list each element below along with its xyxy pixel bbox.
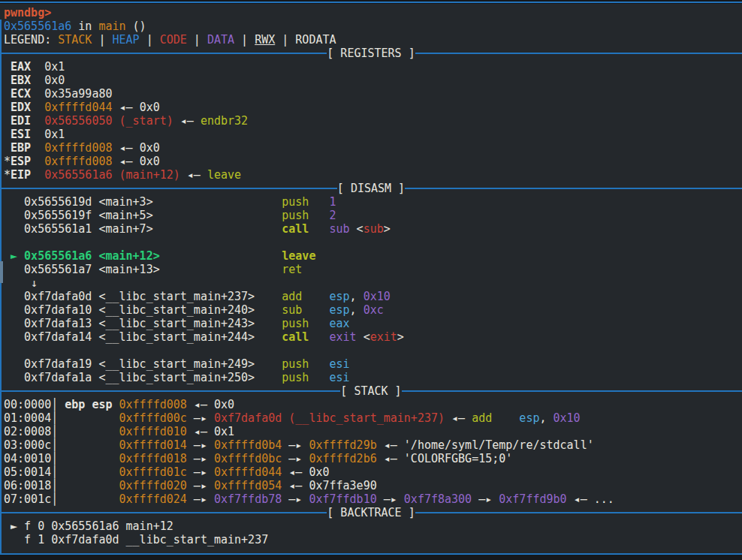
stack-row-04: 04:0010│ 0xffffd018 —▸ 0xffffd0bc —▸ 0xf… bbox=[0, 452, 742, 465]
disasm-line: 0x565561a1 <main+7> call sub <sub> bbox=[0, 222, 742, 236]
register-ecx: ECX 0x35a99a80 bbox=[0, 87, 742, 101]
disasm-line: 0xf7dafa10 <__libc_start_main+240> sub e… bbox=[0, 303, 742, 317]
disasm-section-title: [ DISASM ] bbox=[337, 182, 405, 195]
terminal-content[interactable]: pwndbg>0x565561a6 in main ()LEGEND: STAC… bbox=[0, 4, 742, 553]
disasm-line: 0xf7dafa0d <__libc_start_main+237> add e… bbox=[0, 290, 742, 303]
disasm-line bbox=[0, 344, 742, 357]
registers-section-header: [ REGISTERS ] bbox=[0, 47, 742, 60]
disasm-line: 0x565561a7 <main+13> ret bbox=[0, 263, 742, 276]
prompt-line: pwndbg> bbox=[0, 6, 742, 20]
disasm-line: 0xf7dafa1a <__libc_start_main+250> push … bbox=[0, 371, 742, 384]
stack-row-07: 07:001c│ 0xffffd024 —▸ 0xf7ffdb78 —▸ 0xf… bbox=[0, 492, 742, 506]
disasm-section-header: [ DISASM ] bbox=[0, 182, 742, 195]
stack-row-00: 00:0000│ ebp esp 0xffffd008 ◂— 0x0 bbox=[0, 398, 742, 411]
register-eax: EAX 0x1 bbox=[0, 60, 742, 74]
scrollbar-thumb[interactable] bbox=[0, 261, 3, 283]
backtrace-frame-1: f 1 0xf7dafa0d __libc_start_main+237 bbox=[0, 533, 742, 546]
disasm-line: 0xf7dafa19 <__libc_start_main+249> push … bbox=[0, 357, 742, 371]
register-eip: *EIP 0x565561a6 (main+12) ◂— leave bbox=[0, 168, 742, 182]
stack-section-title: [ STACK ] bbox=[340, 384, 401, 398]
backtrace-section-title: [ BACKTRACE ] bbox=[327, 506, 415, 519]
register-esi: ESI 0x1 bbox=[0, 128, 742, 141]
stack-row-06: 06:0018│ 0xffffd020 —▸ 0xffffd054 ◂— 0x7… bbox=[0, 479, 742, 492]
register-ebp: EBP 0xffffd008 ◂— 0x0 bbox=[0, 141, 742, 155]
disasm-line: 0x5655619d <main+3> push 1 bbox=[0, 195, 742, 209]
stack-row-01: 01:0004│ 0xffffd00c —▸ 0xf7dafa0d (__lib… bbox=[0, 411, 742, 425]
disasm-line: 0xf7dafa14 <__libc_start_main+244> call … bbox=[0, 330, 742, 344]
disasm-line: ↓ bbox=[0, 276, 742, 290]
register-edi: EDI 0x56556050 (_start) ◂— endbr32 bbox=[0, 114, 742, 128]
disasm-line-current: ► 0x565561a6 <main+12> leave bbox=[0, 249, 742, 263]
bottom-separator-line bbox=[0, 553, 742, 555]
location-line: 0x565561a6 in main () bbox=[0, 20, 742, 33]
stack-row-05: 05:0014│ 0xffffd01c —▸ 0xffffd044 ◂— 0x0 bbox=[0, 465, 742, 479]
backtrace-section-header: [ BACKTRACE ] bbox=[0, 506, 742, 519]
terminal-window: pwndbg>0x565561a6 in main ()LEGEND: STAC… bbox=[0, 0, 742, 560]
register-edx: EDX 0xffffd044 ◂— 0x0 bbox=[0, 101, 742, 114]
stack-row-02: 02:0008│ 0xffffd010 ◂— 0x1 bbox=[0, 425, 742, 438]
scrollbar[interactable] bbox=[0, 20, 2, 553]
register-esp: *ESP 0xffffd008 ◂— 0x0 bbox=[0, 155, 742, 168]
registers-section-title: [ REGISTERS ] bbox=[327, 47, 415, 60]
stack-section-header: [ STACK ] bbox=[0, 384, 742, 398]
top-separator-line bbox=[0, 2, 742, 3]
disasm-line bbox=[0, 236, 742, 249]
disasm-line: 0xf7dafa13 <__libc_start_main+243> push … bbox=[0, 317, 742, 330]
disasm-line: 0x5655619f <main+5> push 2 bbox=[0, 209, 742, 222]
backtrace-frame-0: ► f 0 0x565561a6 main+12 bbox=[0, 519, 742, 533]
legend-line: LEGEND: STACK | HEAP | CODE | DATA | RWX… bbox=[0, 33, 742, 47]
stack-row-03: 03:000c│ 0xffffd014 —▸ 0xffffd0b4 —▸ 0xf… bbox=[0, 438, 742, 452]
register-ebx: EBX 0x0 bbox=[0, 74, 742, 87]
